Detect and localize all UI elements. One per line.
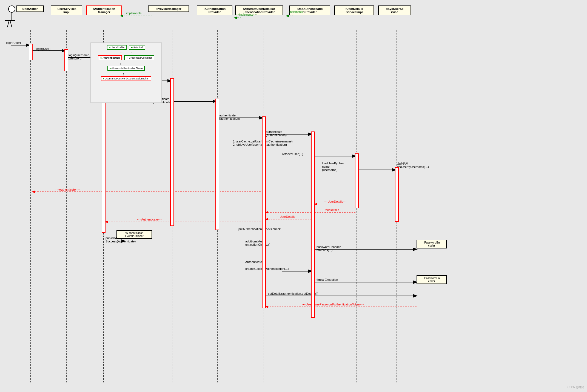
set-details-label: setDetails(authentication.getDetails()) [268, 292, 318, 295]
login-username-label: login(username,password) [69, 53, 90, 60]
authenticate-auth-label2: authenticate(authentication) [219, 114, 240, 120]
class-credentials-container: ●I CredentialsContainer [124, 55, 154, 60]
actor-sysUserService: :ISysUserService [378, 5, 411, 15]
password-encoder-note-2: :PasswordEncoder [417, 275, 447, 284]
class-principal: ●I Principal [129, 45, 145, 50]
authenticate-return-label2: ·····Authenticate····· [137, 218, 162, 221]
class-diagram-area: ●I Serializable ●I Principal ↑↑ ●I Authe… [90, 42, 162, 103]
auth-event-publisher-note: :AuthenticationEventPublisher [116, 230, 152, 239]
actor-userDetailsService: :UserDetailsServiceImpl [334, 5, 374, 15]
implements-label-1: implements [126, 12, 141, 15]
user-details-label: ·····UserDetails····· [323, 200, 347, 203]
actor-authManager: :AuthenticationManager [86, 5, 122, 15]
actor-authProvider: :AuthenticationProvider [197, 5, 232, 15]
diagram-container: :userAction :userServicesImpl :Authentic… [0, 0, 587, 392]
authenticate-auth-label3: authenticate(authentication) [266, 130, 287, 137]
class-serializable: ●I Serializable [107, 45, 127, 50]
authenticate-dao-label: Authenticate [245, 260, 262, 264]
activation-userServicesImpl [64, 49, 68, 71]
authenticate-return-label: ·····Authenticate····· [55, 188, 80, 191]
user-details-label2: ·····UserDetails····· [319, 208, 343, 211]
implements-label-3: ·····implements····· [285, 10, 307, 13]
pre-auth-checks-label: preAuthenticationChecks.check [238, 227, 281, 231]
retrieve-user-label: retrieveUser(...) [282, 152, 303, 156]
activation-providerManager [170, 78, 174, 226]
password-encoder-note-1: :PasswordEncoder [417, 240, 447, 248]
actor-providerManager: :ProviderManager [148, 5, 189, 12]
implements-label-2: ·····implements····· [235, 13, 257, 16]
login-user-label2: login(User) [36, 47, 50, 50]
business-code-label: 业务代码:findUserByUserName(....) [397, 162, 441, 168]
class-abstract-auth-token: ● AbstractAuthenticationToken [107, 66, 145, 71]
activation-daoAuth [311, 131, 315, 318]
activation-authProvider [215, 99, 219, 230]
activation-userDetailsService [355, 153, 359, 208]
login-user-label: login(User) [6, 41, 21, 44]
class-authentication: ●I Authentication [98, 55, 122, 60]
actor-userAction: :userAction [16, 5, 44, 12]
password-encoder-matches-label: passwordEncoder.matches(...) [317, 245, 341, 252]
additional-auth-label: additionalAuthenticationChecks() [245, 240, 270, 246]
actor-userServicesImpl: :userServicesImpl [51, 5, 82, 15]
class-username-password-token: ● UsernamePasswordAuthenticationToken [101, 76, 152, 81]
retrieve-user-msg-label: 1.userCache.getUserFromCache(username)2.… [233, 140, 312, 146]
load-user-label: loadUserByUsername(username) [322, 162, 344, 171]
user-details-label3: ·····UserDetails····· [275, 215, 299, 218]
activation-abstractUserDetails [262, 116, 266, 308]
throw-exception-label: throw Exception [317, 278, 338, 281]
create-success-label: createSuccessAuthentication(...) [245, 267, 289, 270]
activation-sysUserService [395, 167, 399, 222]
actor-stick-figure [7, 5, 17, 20]
activation-userAction [29, 44, 33, 60]
watermark: CSDN @陆陆 [568, 385, 584, 389]
